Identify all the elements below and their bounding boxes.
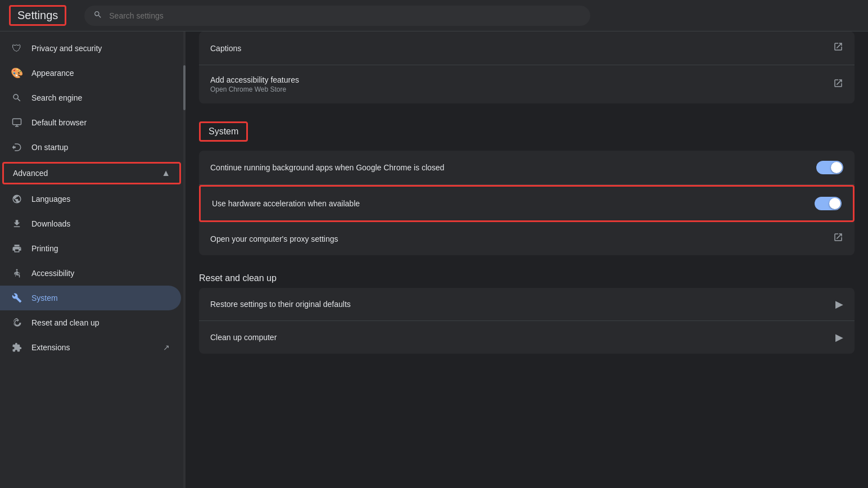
captions-title: Captions bbox=[210, 44, 833, 53]
background-apps-title: Continue running background apps when Go… bbox=[210, 163, 816, 172]
globe-icon bbox=[11, 193, 22, 205]
background-apps-row[interactable]: Continue running background apps when Go… bbox=[199, 151, 855, 185]
add-accessibility-title: Add accessibility features bbox=[210, 75, 833, 84]
search-icon bbox=[93, 10, 102, 21]
accessibility-card: Captions Add accessibility features Open… bbox=[199, 31, 855, 103]
browser-icon bbox=[11, 117, 22, 128]
restore-text: Restore settings to their original defau… bbox=[210, 300, 835, 309]
chevron-right-icon-2: ▶ bbox=[835, 331, 843, 344]
sidebar-item-label: On startup bbox=[31, 143, 68, 152]
sidebar-item-privacy[interactable]: 🛡 Privacy and security bbox=[0, 36, 181, 61]
search-input[interactable] bbox=[109, 11, 581, 20]
restore-title: Restore settings to their original defau… bbox=[210, 300, 835, 309]
system-card: Continue running background apps when Go… bbox=[199, 151, 855, 255]
system-section: System Continue running background apps … bbox=[199, 112, 855, 255]
search-nav-icon bbox=[11, 92, 22, 103]
accessibility-section: Captions Add accessibility features Open… bbox=[199, 31, 855, 103]
proxy-title: Open your computer's proxy settings bbox=[210, 234, 833, 243]
sidebar-item-label: Privacy and security bbox=[31, 44, 102, 53]
proxy-text: Open your computer's proxy settings bbox=[210, 234, 833, 243]
external-icon-proxy bbox=[833, 232, 843, 245]
cleanup-row[interactable]: Clean up computer ▶ bbox=[199, 321, 855, 354]
extensions-icon bbox=[11, 342, 22, 353]
sidebar-item-label: Default browser bbox=[31, 118, 87, 127]
sidebar-item-default-browser[interactable]: Default browser bbox=[0, 110, 181, 135]
cleanup-title: Clean up computer bbox=[210, 333, 835, 342]
print-icon bbox=[11, 243, 22, 254]
accessibility-icon bbox=[11, 268, 22, 279]
external-link-icon: ↗ bbox=[163, 343, 170, 352]
add-accessibility-row[interactable]: Add accessibility features Open Chrome W… bbox=[199, 65, 855, 103]
reset-section-title: Reset and clean up bbox=[199, 260, 855, 288]
svg-point-3 bbox=[16, 269, 18, 271]
background-apps-text: Continue running background apps when Go… bbox=[210, 163, 816, 172]
external-icon bbox=[833, 42, 843, 55]
sidebar-item-extensions[interactable]: Extensions ↗ bbox=[0, 335, 181, 360]
sidebar-item-label: Search engine bbox=[31, 93, 82, 102]
shield-icon: 🛡 bbox=[11, 43, 22, 54]
extensions-label: Extensions bbox=[31, 343, 154, 352]
sidebar-item-on-startup[interactable]: On startup bbox=[0, 135, 181, 160]
palette-icon: 🎨 bbox=[11, 67, 22, 79]
system-section-wrapper: System bbox=[199, 112, 855, 146]
hardware-accel-row[interactable]: Use hardware acceleration when available bbox=[199, 185, 855, 222]
search-bar[interactable] bbox=[84, 6, 590, 26]
sidebar-item-reset[interactable]: Reset and clean up bbox=[0, 310, 181, 335]
download-icon bbox=[11, 218, 22, 229]
add-accessibility-sub: Open Chrome Web Store bbox=[210, 85, 833, 93]
sidebar-item-label: Downloads bbox=[31, 219, 70, 228]
sidebar-item-label: Reset and clean up bbox=[31, 318, 100, 327]
hardware-accel-title: Use hardware acceleration when available bbox=[212, 199, 815, 208]
sidebar-item-label: System bbox=[31, 293, 58, 302]
sidebar-item-appearance[interactable]: 🎨 Appearance bbox=[0, 61, 181, 85]
chevron-up-icon: ▲ bbox=[161, 168, 170, 178]
hardware-accel-toggle[interactable] bbox=[815, 197, 842, 210]
scrollbar-track bbox=[183, 31, 186, 488]
startup-icon bbox=[11, 142, 22, 153]
sidebar: 🛡 Privacy and security 🎨 Appearance Sear… bbox=[0, 31, 186, 488]
svg-rect-0 bbox=[13, 119, 21, 125]
cleanup-text: Clean up computer bbox=[210, 333, 835, 342]
layout: 🛡 Privacy and security 🎨 Appearance Sear… bbox=[0, 31, 868, 488]
sidebar-item-label: Appearance bbox=[31, 69, 74, 78]
reset-card: Restore settings to their original defau… bbox=[199, 288, 855, 354]
proxy-row[interactable]: Open your computer's proxy settings bbox=[199, 222, 855, 255]
add-accessibility-text: Add accessibility features Open Chrome W… bbox=[210, 75, 833, 93]
chevron-right-icon: ▶ bbox=[835, 298, 843, 310]
sidebar-item-accessibility[interactable]: Accessibility bbox=[0, 261, 181, 286]
sidebar-item-label: Printing bbox=[31, 244, 58, 253]
sidebar-item-downloads[interactable]: Downloads bbox=[0, 211, 181, 236]
header: Settings bbox=[0, 0, 868, 31]
captions-text: Captions bbox=[210, 44, 833, 53]
reset-icon bbox=[11, 317, 22, 328]
main-content: Captions Add accessibility features Open… bbox=[186, 31, 868, 488]
captions-row[interactable]: Captions bbox=[199, 31, 855, 65]
scrollbar-thumb bbox=[183, 65, 186, 110]
hardware-accel-text: Use hardware acceleration when available bbox=[212, 199, 815, 208]
sidebar-item-search[interactable]: Search engine bbox=[0, 85, 181, 110]
system-section-title: System bbox=[199, 121, 248, 142]
reset-section: Reset and clean up Restore settings to t… bbox=[199, 260, 855, 354]
sidebar-item-languages[interactable]: Languages bbox=[0, 187, 181, 211]
restore-row[interactable]: Restore settings to their original defau… bbox=[199, 288, 855, 321]
background-apps-toggle[interactable] bbox=[816, 161, 843, 174]
sidebar-item-system[interactable]: System bbox=[0, 286, 181, 310]
advanced-label: Advanced bbox=[13, 169, 157, 178]
sidebar-item-printing[interactable]: Printing bbox=[0, 236, 181, 261]
wrench-icon bbox=[11, 292, 22, 304]
external-icon-2 bbox=[833, 78, 843, 91]
advanced-header[interactable]: Advanced ▲ bbox=[2, 162, 181, 184]
sidebar-item-label: Accessibility bbox=[31, 269, 74, 278]
sidebar-item-label: Languages bbox=[31, 195, 70, 204]
settings-title: Settings bbox=[9, 5, 66, 26]
